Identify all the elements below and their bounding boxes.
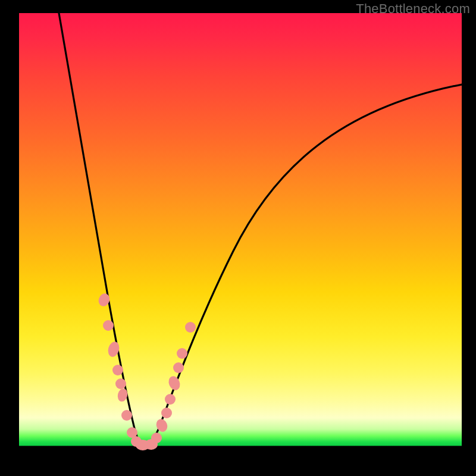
svg-point-9 — [136, 440, 150, 450]
svg-point-16 — [173, 362, 184, 373]
svg-point-0 — [97, 292, 111, 308]
svg-point-14 — [165, 394, 176, 405]
sample-dots — [97, 292, 196, 450]
svg-point-13 — [161, 408, 172, 418]
svg-point-11 — [151, 433, 162, 443]
svg-point-4 — [115, 378, 126, 389]
svg-point-1 — [103, 320, 114, 331]
svg-point-12 — [155, 417, 170, 433]
bottleneck-curve — [59, 13, 462, 446]
svg-point-6 — [121, 410, 132, 421]
svg-point-7 — [127, 427, 137, 438]
svg-point-17 — [177, 348, 187, 359]
svg-point-15 — [167, 375, 182, 392]
svg-point-5 — [117, 387, 129, 402]
watermark-text: TheBottleneck.com — [356, 1, 470, 17]
svg-point-8 — [131, 436, 142, 447]
svg-point-10 — [145, 439, 158, 450]
plot-area — [19, 13, 462, 463]
curve-layer — [19, 13, 462, 463]
svg-point-2 — [107, 340, 121, 358]
chart-stage: TheBottleneck.com — [0, 0, 476, 476]
svg-point-3 — [112, 365, 123, 375]
svg-point-18 — [185, 322, 196, 333]
